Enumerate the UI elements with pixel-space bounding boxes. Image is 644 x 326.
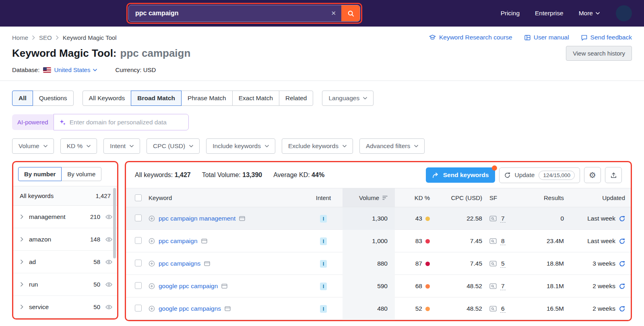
filter-kd[interactable]: KD % xyxy=(60,138,97,154)
ai-domain-input[interactable] xyxy=(70,119,183,126)
update-button[interactable]: Update 124/15,000 xyxy=(499,167,580,183)
serp-features-icon[interactable] xyxy=(489,261,497,266)
keyword-link[interactable]: ppc campaign xyxy=(159,237,198,245)
refresh-icon[interactable] xyxy=(619,216,625,222)
avatar[interactable] xyxy=(616,5,632,21)
group-row-amazon[interactable]: amazon 148 xyxy=(13,228,117,251)
tab-exact-match[interactable]: Exact Match xyxy=(232,91,279,106)
col-sf[interactable]: SF xyxy=(489,194,525,201)
col-intent[interactable]: Intent xyxy=(304,194,343,201)
tab-phrase-match[interactable]: Phrase Match xyxy=(181,91,233,106)
search-button[interactable] xyxy=(341,5,360,22)
languages-dropdown[interactable]: Languages xyxy=(322,91,374,106)
keyword-research-course-link[interactable]: Keyword Research course xyxy=(429,34,512,41)
serp-features-icon[interactable] xyxy=(489,306,497,312)
group-row-ad[interactable]: ad 58 xyxy=(13,251,117,273)
filter-include-keywords[interactable]: Include keywords xyxy=(206,138,275,154)
keyword-link[interactable]: google ppc campaign xyxy=(159,283,218,290)
col-volume[interactable]: Volume xyxy=(343,188,395,207)
serp-preview-icon[interactable] xyxy=(225,306,231,311)
eye-icon[interactable] xyxy=(105,215,112,219)
breadcrumb-seo[interactable]: SEO xyxy=(39,34,52,41)
row-checkbox[interactable] xyxy=(135,215,142,221)
eye-icon[interactable] xyxy=(105,237,112,242)
table-row[interactable]: google ppc campaign I 590 68 48.52 7 18.… xyxy=(126,275,631,297)
refresh-icon[interactable] xyxy=(619,238,625,244)
tab-all[interactable]: All xyxy=(12,91,33,106)
sf-count[interactable]: 7 xyxy=(500,283,506,290)
refresh-icon[interactable] xyxy=(619,261,625,267)
tab-questions[interactable]: Questions xyxy=(33,91,74,106)
sort-icon[interactable] xyxy=(382,196,388,200)
add-keyword-icon[interactable] xyxy=(149,305,155,312)
sf-count[interactable]: 5 xyxy=(500,260,506,268)
col-keyword[interactable]: Keyword xyxy=(149,194,304,201)
serp-features-icon[interactable] xyxy=(489,238,497,244)
add-keyword-icon[interactable] xyxy=(149,260,155,267)
add-keyword-icon[interactable] xyxy=(149,238,155,244)
export-button[interactable] xyxy=(605,167,622,183)
by-volume-button[interactable]: By volume xyxy=(61,167,101,181)
filter-volume[interactable]: Volume xyxy=(12,138,54,154)
serp-preview-icon[interactable] xyxy=(204,261,210,266)
col-cpc[interactable]: CPC (USD) xyxy=(437,194,489,201)
keyword-link[interactable]: ppc campaign management xyxy=(159,215,235,222)
table-row[interactable]: google ppc campaigns I 480 52 48.52 6 16… xyxy=(126,297,631,320)
select-all-checkbox[interactable] xyxy=(135,194,142,201)
tab-related[interactable]: Related xyxy=(279,91,313,106)
expand-chevron-icon[interactable] xyxy=(21,305,23,309)
expand-chevron-icon[interactable] xyxy=(21,237,23,241)
keyword-link[interactable]: google ppc campaigns xyxy=(159,305,221,312)
expand-chevron-icon[interactable] xyxy=(21,282,23,287)
view-search-history-button[interactable]: View search history xyxy=(566,46,632,61)
eye-icon[interactable] xyxy=(105,305,112,309)
col-results[interactable]: Results xyxy=(525,194,571,201)
settings-button[interactable]: ⚙ xyxy=(584,167,601,183)
col-updated[interactable]: Updated xyxy=(571,194,631,201)
refresh-icon[interactable] xyxy=(619,306,625,312)
keyword-search-input[interactable] xyxy=(129,5,326,21)
sidebar-scrollbar[interactable] xyxy=(113,188,116,258)
expand-chevron-icon[interactable] xyxy=(21,215,23,219)
by-number-button[interactable]: By number xyxy=(18,167,62,181)
row-checkbox[interactable] xyxy=(135,282,142,289)
database-select[interactable]: United States xyxy=(43,66,97,73)
clear-search-icon[interactable]: ✕ xyxy=(331,10,336,17)
nav-more[interactable]: More xyxy=(579,10,600,17)
expand-chevron-icon[interactable] xyxy=(21,260,23,264)
user-manual-link[interactable]: User manual xyxy=(524,34,569,41)
group-row-management[interactable]: management 210 xyxy=(13,206,117,228)
tab-broad-match[interactable]: Broad Match xyxy=(131,91,182,106)
table-row[interactable]: ppc campaigns I 880 87 7.45 5 18.8M 3 we… xyxy=(126,252,631,275)
send-feedback-link[interactable]: Send feedback xyxy=(581,34,632,41)
col-kd[interactable]: KD % xyxy=(395,194,437,201)
nav-pricing[interactable]: Pricing xyxy=(501,10,520,17)
breadcrumb-home[interactable]: Home xyxy=(12,34,28,41)
serp-features-icon[interactable] xyxy=(489,216,497,221)
add-keyword-icon[interactable] xyxy=(149,283,155,289)
table-row[interactable]: ppc campaign management I 1,300 43 22.58… xyxy=(126,207,631,230)
row-checkbox[interactable] xyxy=(135,305,142,312)
tab-all-keywords[interactable]: All Keywords xyxy=(83,91,132,106)
all-keywords-group-row[interactable]: All keywords 1,427 xyxy=(13,186,117,206)
row-checkbox[interactable] xyxy=(135,260,142,266)
filter-cpc[interactable]: CPC (USD) xyxy=(147,138,200,154)
table-row[interactable]: ppc campaign I 1,000 83 7.45 8 23.4M Las… xyxy=(126,230,631,252)
sf-count[interactable]: 6 xyxy=(500,305,506,313)
eye-icon[interactable] xyxy=(105,260,112,264)
filter-exclude-keywords[interactable]: Exclude keywords xyxy=(282,138,353,154)
eye-icon[interactable] xyxy=(105,282,112,287)
serp-preview-icon[interactable] xyxy=(239,216,245,221)
group-row-run[interactable]: run 50 xyxy=(13,273,117,296)
serp-preview-icon[interactable] xyxy=(201,239,207,243)
row-checkbox[interactable] xyxy=(135,237,142,244)
sf-count[interactable]: 8 xyxy=(500,237,506,245)
send-keywords-button[interactable]: Send keywords xyxy=(426,167,495,183)
group-row-service[interactable]: service 50 xyxy=(13,296,117,318)
add-keyword-icon[interactable] xyxy=(149,215,155,222)
keyword-link[interactable]: ppc campaigns xyxy=(159,260,200,267)
serp-features-icon[interactable] xyxy=(489,283,497,289)
nav-enterprise[interactable]: Enterprise xyxy=(535,10,564,17)
refresh-icon[interactable] xyxy=(619,283,625,289)
filter-intent[interactable]: Intent xyxy=(103,138,140,154)
